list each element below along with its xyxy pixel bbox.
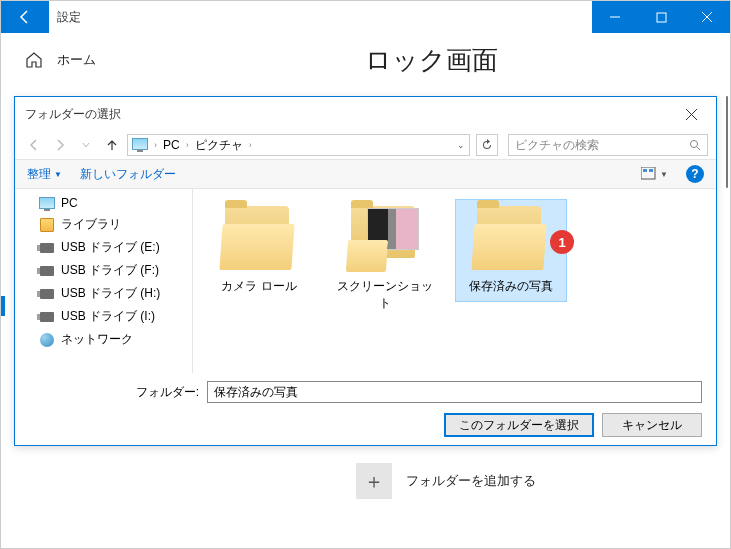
close-icon <box>701 11 713 23</box>
maximize-button[interactable] <box>638 1 684 33</box>
network-icon <box>39 333 55 347</box>
chevron-down-icon: ▼ <box>54 170 62 179</box>
tree-item-library[interactable]: ライブラリ <box>15 213 192 236</box>
nav-row: › PC › ピクチャ › ⌄ ピクチャの検索 <box>15 131 716 159</box>
refresh-icon <box>481 139 493 151</box>
refresh-button[interactable] <box>476 134 498 156</box>
maximize-icon <box>656 12 667 23</box>
tree-item-network[interactable]: ネットワーク <box>15 328 192 351</box>
settings-titlebar: 設定 <box>1 1 730 33</box>
nav-history-button[interactable] <box>75 134 97 156</box>
dialog-header: フォルダーの選択 <box>15 97 716 131</box>
view-menu[interactable]: ▼ <box>641 167 668 181</box>
breadcrumb-root[interactable]: PC <box>163 138 180 152</box>
svg-point-2 <box>691 141 698 148</box>
breadcrumb-sep: › <box>186 140 189 150</box>
page-title: ロック画面 <box>365 43 706 78</box>
home-icon <box>25 51 43 69</box>
breadcrumb-sep: › <box>249 140 252 150</box>
dialog-footer: フォルダー: このフォルダーを選択 キャンセル <box>15 373 716 445</box>
folder-picker-dialog: フォルダーの選択 › PC › ピクチャ › ⌄ ピクチャの検索 整理▼ 新しい… <box>14 96 717 446</box>
pc-icon <box>132 138 148 152</box>
search-placeholder: ピクチャの検索 <box>515 137 599 154</box>
folder-icon <box>221 206 297 270</box>
folder-icon <box>473 206 549 270</box>
nav-back-button[interactable] <box>23 134 45 156</box>
svg-rect-5 <box>643 169 647 172</box>
folder-saved-pictures[interactable]: 保存済みの写真 1 <box>455 199 567 302</box>
window-title: 設定 <box>49 1 592 33</box>
folder-field-label: フォルダー: <box>29 384 199 401</box>
tree-item-usb-h[interactable]: USB ドライブ (H:) <box>15 282 192 305</box>
dialog-title: フォルダーの選択 <box>25 106 121 123</box>
add-folder-label: フォルダーを追加する <box>406 472 536 490</box>
back-button[interactable] <box>1 1 49 33</box>
plus-icon: ＋ <box>356 463 392 499</box>
address-bar[interactable]: › PC › ピクチャ › ⌄ <box>127 134 470 156</box>
pc-icon <box>39 196 55 210</box>
folder-label: カメラ ロール <box>210 278 308 295</box>
folder-name-input[interactable] <box>207 381 702 403</box>
folder-icon <box>347 206 423 270</box>
tree-item-pc[interactable]: PC <box>15 193 192 213</box>
svg-rect-6 <box>649 169 653 172</box>
nav-tree[interactable]: PC ライブラリ USB ドライブ (E:) USB ドライブ (F:) USB… <box>15 189 193 373</box>
usb-drive-icon <box>39 310 55 324</box>
toolbar: 整理▼ 新しいフォルダー ▼ ? <box>15 159 716 189</box>
arrow-left-icon <box>27 138 41 152</box>
usb-drive-icon <box>39 264 55 278</box>
folders-pane[interactable]: カメラ ロール スクリーンショット 保存済みの写真 1 <box>193 189 716 373</box>
arrow-up-icon <box>105 138 119 152</box>
close-button[interactable] <box>684 1 730 33</box>
folder-label: 保存済みの写真 <box>462 278 560 295</box>
select-folder-button[interactable]: このフォルダーを選択 <box>444 413 594 437</box>
minimize-button[interactable] <box>592 1 638 33</box>
usb-drive-icon <box>39 287 55 301</box>
folder-label: スクリーンショット <box>336 278 434 312</box>
new-folder-button[interactable]: 新しいフォルダー <box>80 166 176 183</box>
svg-rect-4 <box>641 167 655 179</box>
tree-item-usb-e[interactable]: USB ドライブ (E:) <box>15 236 192 259</box>
add-folder-button[interactable]: ＋ フォルダーを追加する <box>356 463 536 499</box>
tree-item-usb-f[interactable]: USB ドライブ (F:) <box>15 259 192 282</box>
chevron-down-icon: ▼ <box>660 170 668 179</box>
search-icon <box>689 139 701 151</box>
dialog-main: PC ライブラリ USB ドライブ (E:) USB ドライブ (F:) USB… <box>15 189 716 373</box>
cancel-button[interactable]: キャンセル <box>602 413 702 437</box>
breadcrumb-folder[interactable]: ピクチャ <box>195 137 243 154</box>
arrow-left-icon <box>17 9 33 25</box>
breadcrumb-sep: › <box>154 140 157 150</box>
library-icon <box>39 218 55 232</box>
annotation-badge: 1 <box>550 230 574 254</box>
svg-rect-1 <box>657 13 666 22</box>
scrollbar[interactable] <box>726 96 728 188</box>
organize-menu[interactable]: 整理▼ <box>27 166 62 183</box>
view-icon <box>641 167 657 181</box>
nav-forward-button[interactable] <box>49 134 71 156</box>
home-label: ホーム <box>57 51 96 69</box>
home-link[interactable]: ホーム <box>25 51 317 69</box>
close-icon <box>686 109 697 120</box>
arrow-right-icon <box>53 138 67 152</box>
dialog-close-button[interactable] <box>676 104 706 124</box>
chevron-down-icon[interactable]: ⌄ <box>457 140 465 150</box>
help-button[interactable]: ? <box>686 165 704 183</box>
chevron-down-icon <box>82 141 90 149</box>
left-accent <box>1 296 5 316</box>
window-controls <box>592 1 730 33</box>
tree-item-usb-i[interactable]: USB ドライブ (I:) <box>15 305 192 328</box>
folder-camera-roll[interactable]: カメラ ロール <box>203 199 315 302</box>
minimize-icon <box>609 11 621 23</box>
usb-drive-icon <box>39 241 55 255</box>
nav-up-button[interactable] <box>101 134 123 156</box>
svg-line-3 <box>697 147 700 150</box>
search-input[interactable]: ピクチャの検索 <box>508 134 708 156</box>
folder-screenshots[interactable]: スクリーンショット <box>329 199 441 319</box>
